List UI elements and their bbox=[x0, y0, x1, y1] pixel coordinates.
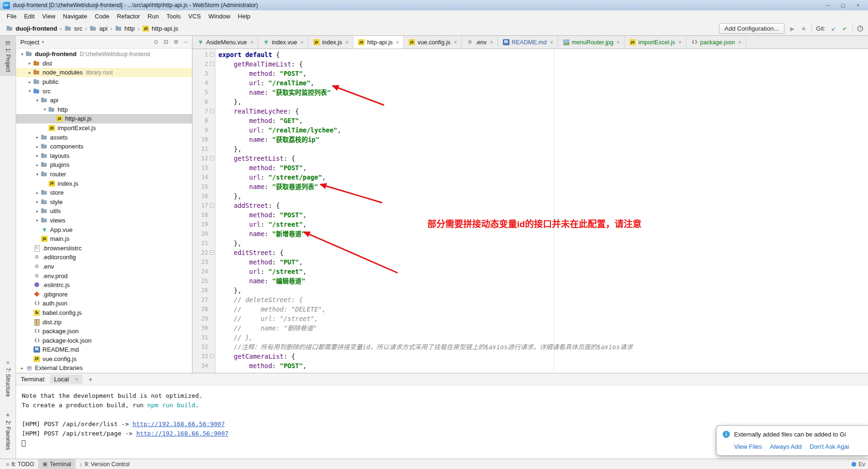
editor-tab[interactable]: .env× bbox=[462, 36, 498, 49]
tree-item[interactable]: ▸store bbox=[16, 188, 192, 197]
editor-tab[interactable]: index.js× bbox=[309, 36, 353, 49]
tree-item[interactable]: ▾api bbox=[16, 96, 192, 105]
tool-strip-project-button[interactable]: 1: Project bbox=[0, 36, 16, 76]
project-panel-title[interactable]: Project bbox=[20, 39, 39, 46]
menu-view[interactable]: View bbox=[38, 11, 59, 21]
fold-marker[interactable]: − bbox=[208, 154, 216, 163]
code-line[interactable]: 2− getRealTimeList: { bbox=[192, 59, 868, 69]
close-tab-icon[interactable]: × bbox=[396, 39, 399, 46]
code-line[interactable]: 6 }, bbox=[192, 97, 868, 107]
breadcrumb-item[interactable]: api bbox=[88, 24, 108, 33]
tree-item[interactable]: App.vue bbox=[16, 225, 192, 234]
tree-item[interactable]: .env bbox=[16, 262, 192, 272]
close-tab-icon[interactable]: × bbox=[490, 39, 493, 46]
menu-refactor[interactable]: Refactor bbox=[113, 11, 144, 21]
project-dropdown-caret-icon[interactable]: ▾ bbox=[42, 40, 44, 44]
breadcrumb-item[interactable]: duoji-frontend bbox=[5, 24, 58, 33]
code-line[interactable]: 28 // method: "DELETE", bbox=[192, 304, 868, 314]
breadcrumb-item[interactable]: src bbox=[63, 24, 83, 33]
locate-file-icon[interactable] bbox=[154, 39, 159, 45]
chevron-closed-icon[interactable]: ▸ bbox=[34, 190, 41, 195]
tree-item[interactable]: ▸views bbox=[16, 216, 192, 225]
code-line[interactable]: 22− editStreet: { bbox=[192, 248, 868, 257]
code-line[interactable]: 23 method: "PUT", bbox=[192, 257, 868, 267]
code-line[interactable]: 25 name: "编辑巷道" bbox=[192, 276, 868, 286]
terminal-tab-local[interactable]: Local × bbox=[50, 375, 83, 384]
code-line[interactable]: 34 method: "POST", bbox=[192, 361, 868, 370]
code-line[interactable]: 32 //注释：所有用到删除的接口都需要拼接变量id，所以请求方式采用了挂载在原… bbox=[192, 342, 868, 352]
fold-marker[interactable]: − bbox=[208, 107, 216, 116]
menu-vcs[interactable]: VCS bbox=[184, 11, 205, 21]
tool-strip-structure-button[interactable]: 7: Structure bbox=[0, 356, 16, 401]
chevron-closed-icon[interactable]: ▸ bbox=[26, 61, 33, 66]
tree-item[interactable]: index.js bbox=[16, 179, 192, 188]
chevron-closed-icon[interactable]: ▸ bbox=[34, 209, 41, 214]
hide-panel-icon[interactable] bbox=[184, 39, 188, 45]
code-line[interactable]: 12− getStreetList: { bbox=[192, 154, 868, 163]
tree-item[interactable]: ▸layouts bbox=[16, 151, 192, 161]
maximize-button[interactable]: ▢ bbox=[836, 1, 850, 9]
tree-item[interactable]: .env.prod bbox=[16, 271, 192, 280]
tree-item[interactable]: package-lock.json bbox=[16, 336, 192, 345]
close-tab-icon[interactable]: × bbox=[678, 39, 682, 46]
event-log-icon[interactable] bbox=[851, 462, 856, 467]
editor-tab[interactable]: http-api.js× bbox=[353, 36, 404, 49]
close-tab-icon[interactable]: × bbox=[738, 39, 742, 46]
editor-tab[interactable]: AsideMenu.vue× bbox=[192, 36, 258, 49]
code-line[interactable]: 11 }, bbox=[192, 144, 868, 154]
close-button[interactable]: × bbox=[851, 1, 865, 9]
code-line[interactable]: 17− addStreet: { bbox=[192, 201, 868, 210]
code-line[interactable]: 10 name: "获取荔枝的ip" bbox=[192, 135, 868, 144]
vcs-commit-icon[interactable] bbox=[841, 25, 848, 32]
tree-item[interactable]: dist.zip bbox=[16, 317, 192, 327]
tree-item[interactable]: importExcel.js bbox=[16, 123, 192, 133]
menu-edit[interactable]: Edit bbox=[20, 11, 38, 21]
chevron-open-icon[interactable]: ▾ bbox=[26, 89, 33, 93]
code-line[interactable]: 27 // deleteStreet: { bbox=[192, 295, 868, 304]
minimize-button[interactable]: ─ bbox=[821, 1, 835, 9]
tree-item[interactable]: auth.json bbox=[16, 299, 192, 308]
fold-marker[interactable]: − bbox=[208, 352, 216, 361]
code-line[interactable]: 16 }, bbox=[192, 191, 868, 201]
menu-help[interactable]: Help bbox=[234, 11, 254, 21]
statusbar-9-version-control[interactable]: 9: Version Control bbox=[75, 459, 134, 469]
local-history-icon[interactable] bbox=[857, 25, 863, 32]
code-line[interactable]: 24 url: "/street", bbox=[192, 267, 868, 276]
tree-item[interactable]: ▾src bbox=[16, 86, 192, 96]
statusbar-terminal[interactable]: Terminal bbox=[38, 459, 75, 469]
close-tab-icon[interactable]: × bbox=[454, 39, 457, 46]
tree-item[interactable]: .editorconfig bbox=[16, 253, 192, 262]
tree-item[interactable]: vue.config.js bbox=[16, 354, 192, 364]
tree-item[interactable]: package.json bbox=[16, 327, 192, 336]
menu-window[interactable]: Window bbox=[205, 11, 234, 21]
code-line[interactable]: 4 url: "/realTime", bbox=[192, 78, 868, 88]
breadcrumb-item[interactable]: http-api.js bbox=[141, 24, 179, 33]
code-line[interactable]: 3 method: "POST", bbox=[192, 69, 868, 78]
tree-item[interactable]: README.md bbox=[16, 345, 192, 354]
stop-icon[interactable] bbox=[800, 25, 807, 32]
tree-item[interactable]: ▾router bbox=[16, 170, 192, 179]
code-line[interactable]: 9 url: "/realTime/lychee", bbox=[192, 125, 868, 135]
collapse-all-icon[interactable] bbox=[164, 39, 168, 45]
tree-item[interactable]: ▸node_moduleslibrary root bbox=[16, 68, 192, 77]
menu-run[interactable]: Run bbox=[144, 11, 163, 21]
chevron-closed-icon[interactable]: ▸ bbox=[26, 80, 33, 84]
run-icon[interactable] bbox=[789, 25, 796, 32]
code-line[interactable]: 13 method: "POST", bbox=[192, 163, 868, 173]
event-log-label[interactable]: Ev bbox=[859, 461, 865, 468]
tree-item[interactable]: babel.config.js bbox=[16, 308, 192, 318]
tool-strip-favorites-button[interactable]: 2: Favorites bbox=[0, 408, 16, 454]
close-tab-icon[interactable]: × bbox=[550, 39, 553, 46]
code-line[interactable]: 26 }, bbox=[192, 286, 868, 295]
editor-tab[interactable]: menuRouter.jpg× bbox=[558, 36, 625, 49]
code-line[interactable]: 15 name: "获取巷道列表" bbox=[192, 182, 868, 191]
editor-tab[interactable]: index.vue× bbox=[258, 36, 309, 49]
fold-marker[interactable]: − bbox=[208, 201, 216, 210]
code-line[interactable]: 31 // }, bbox=[192, 333, 868, 342]
code-line[interactable]: 29 // url: "/street", bbox=[192, 314, 868, 323]
tree-item[interactable]: ▾http bbox=[16, 105, 192, 115]
tree-item[interactable]: ▸components bbox=[16, 142, 192, 151]
chevron-closed-icon[interactable]: ▸ bbox=[34, 199, 41, 204]
breadcrumb-item[interactable]: http bbox=[114, 24, 136, 33]
notification-action[interactable]: Don't Ask Agai bbox=[810, 443, 849, 450]
